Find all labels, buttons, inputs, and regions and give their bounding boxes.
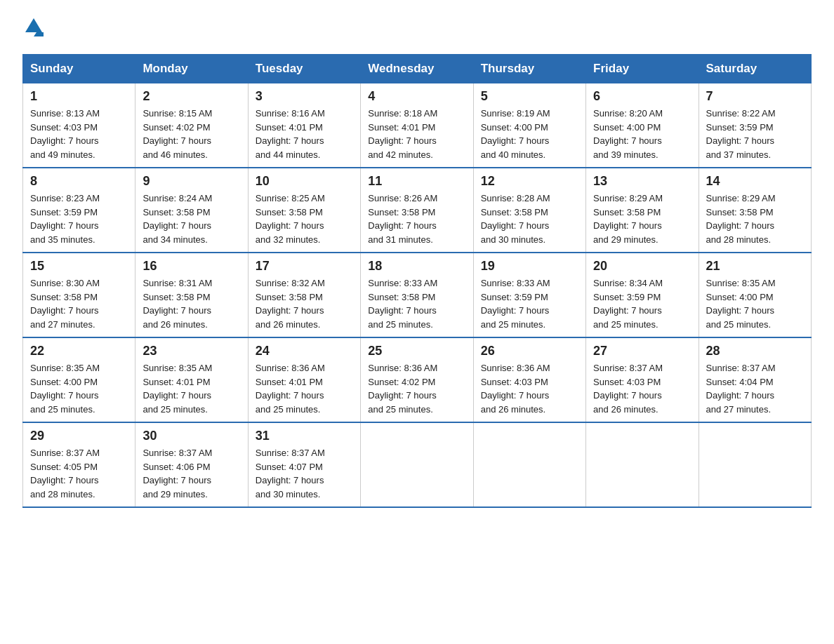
day-number: 2: [143, 89, 240, 104]
header-saturday: Saturday: [699, 55, 811, 83]
calendar-cell: 26 Sunrise: 8:36 AMSunset: 4:03 PMDaylig…: [473, 337, 585, 422]
svg-marker-0: [25, 18, 42, 32]
day-info: Sunrise: 8:37 AMSunset: 4:06 PMDaylight:…: [143, 448, 212, 499]
day-number: 5: [481, 89, 578, 104]
day-number: 4: [368, 89, 465, 104]
day-info: Sunrise: 8:36 AMSunset: 4:02 PMDaylight:…: [368, 363, 437, 415]
calendar-cell: 24 Sunrise: 8:36 AMSunset: 4:01 PMDaylig…: [248, 337, 360, 422]
day-info: Sunrise: 8:16 AMSunset: 4:01 PMDaylight:…: [256, 108, 325, 160]
day-number: 26: [481, 344, 578, 358]
day-number: 27: [593, 344, 691, 358]
calendar-cell: 22 Sunrise: 8:35 AMSunset: 4:00 PMDaylig…: [23, 337, 135, 422]
day-info: Sunrise: 8:35 AMSunset: 4:01 PMDaylight:…: [143, 363, 212, 415]
calendar-cell: 10 Sunrise: 8:25 AMSunset: 3:58 PMDaylig…: [248, 168, 360, 253]
calendar-cell: 19 Sunrise: 8:33 AMSunset: 3:59 PMDaylig…: [473, 253, 585, 337]
week-row-1: 1 Sunrise: 8:13 AMSunset: 4:03 PMDayligh…: [23, 83, 812, 168]
day-number: 14: [706, 174, 804, 189]
day-info: Sunrise: 8:37 AMSunset: 4:05 PMDaylight:…: [30, 448, 100, 499]
day-info: Sunrise: 8:36 AMSunset: 4:01 PMDaylight:…: [256, 363, 325, 415]
day-info: Sunrise: 8:30 AMSunset: 3:58 PMDaylight:…: [30, 278, 100, 330]
header-friday: Friday: [586, 55, 699, 83]
day-number: 17: [256, 259, 353, 274]
calendar-cell: 15 Sunrise: 8:30 AMSunset: 3:58 PMDaylig…: [23, 253, 135, 337]
week-row-2: 8 Sunrise: 8:23 AMSunset: 3:59 PMDayligh…: [23, 168, 812, 253]
calendar-cell: 31 Sunrise: 8:37 AMSunset: 4:07 PMDaylig…: [248, 422, 360, 507]
calendar-table: SundayMondayTuesdayWednesdayThursdayFrid…: [22, 54, 812, 508]
day-number: 11: [368, 174, 465, 189]
calendar-cell: 25 Sunrise: 8:36 AMSunset: 4:02 PMDaylig…: [361, 337, 473, 422]
day-number: 13: [593, 174, 691, 189]
calendar-cell: 9 Sunrise: 8:24 AMSunset: 3:58 PMDayligh…: [135, 168, 248, 253]
calendar-cell: 29 Sunrise: 8:37 AMSunset: 4:05 PMDaylig…: [23, 422, 135, 507]
day-info: Sunrise: 8:20 AMSunset: 4:00 PMDaylight:…: [593, 108, 663, 160]
calendar-cell: [361, 422, 473, 507]
calendar-cell: 8 Sunrise: 8:23 AMSunset: 3:59 PMDayligh…: [23, 168, 135, 253]
day-info: Sunrise: 8:33 AMSunset: 3:58 PMDaylight:…: [368, 278, 437, 330]
day-number: 1: [30, 89, 128, 104]
day-info: Sunrise: 8:34 AMSunset: 3:59 PMDaylight:…: [593, 278, 663, 330]
calendar-cell: 12 Sunrise: 8:28 AMSunset: 3:58 PMDaylig…: [473, 168, 585, 253]
day-info: Sunrise: 8:37 AMSunset: 4:04 PMDaylight:…: [706, 363, 776, 415]
logo: [22, 17, 44, 41]
header-thursday: Thursday: [473, 55, 585, 83]
header-wednesday: Wednesday: [361, 55, 473, 83]
logo-icon: [24, 17, 44, 36]
day-info: Sunrise: 8:29 AMSunset: 3:58 PMDaylight:…: [706, 193, 776, 245]
day-number: 21: [706, 259, 804, 274]
calendar-cell: 6 Sunrise: 8:20 AMSunset: 4:00 PMDayligh…: [586, 83, 699, 168]
header-sunday: Sunday: [23, 55, 135, 83]
calendar-cell: 23 Sunrise: 8:35 AMSunset: 4:01 PMDaylig…: [135, 337, 248, 422]
calendar-cell: [473, 422, 585, 507]
page-header: [22, 17, 812, 41]
day-info: Sunrise: 8:26 AMSunset: 3:58 PMDaylight:…: [368, 193, 437, 245]
day-number: 25: [368, 344, 465, 358]
day-number: 16: [143, 259, 240, 274]
header-monday: Monday: [135, 55, 248, 83]
calendar-cell: 21 Sunrise: 8:35 AMSunset: 4:00 PMDaylig…: [699, 253, 811, 337]
svg-marker-1: [34, 32, 44, 36]
calendar-cell: 5 Sunrise: 8:19 AMSunset: 4:00 PMDayligh…: [473, 83, 585, 168]
day-number: 18: [368, 259, 465, 274]
calendar-cell: 13 Sunrise: 8:29 AMSunset: 3:58 PMDaylig…: [586, 168, 699, 253]
day-info: Sunrise: 8:31 AMSunset: 3:58 PMDaylight:…: [143, 278, 212, 330]
day-info: Sunrise: 8:37 AMSunset: 4:03 PMDaylight:…: [593, 363, 663, 415]
week-row-5: 29 Sunrise: 8:37 AMSunset: 4:05 PMDaylig…: [23, 422, 812, 507]
day-info: Sunrise: 8:23 AMSunset: 3:59 PMDaylight:…: [30, 193, 100, 245]
day-number: 3: [256, 89, 353, 104]
day-info: Sunrise: 8:37 AMSunset: 4:07 PMDaylight:…: [256, 448, 325, 499]
day-number: 20: [593, 259, 691, 274]
week-row-3: 15 Sunrise: 8:30 AMSunset: 3:58 PMDaylig…: [23, 253, 812, 337]
day-number: 12: [481, 174, 578, 189]
day-info: Sunrise: 8:24 AMSunset: 3:58 PMDaylight:…: [143, 193, 212, 245]
day-info: Sunrise: 8:36 AMSunset: 4:03 PMDaylight:…: [481, 363, 550, 415]
day-number: 28: [706, 344, 804, 358]
day-info: Sunrise: 8:35 AMSunset: 4:00 PMDaylight:…: [30, 363, 100, 415]
calendar-cell: 2 Sunrise: 8:15 AMSunset: 4:02 PMDayligh…: [135, 83, 248, 168]
day-info: Sunrise: 8:32 AMSunset: 3:58 PMDaylight:…: [256, 278, 325, 330]
day-info: Sunrise: 8:25 AMSunset: 3:58 PMDaylight:…: [256, 193, 325, 245]
calendar-cell: 18 Sunrise: 8:33 AMSunset: 3:58 PMDaylig…: [361, 253, 473, 337]
day-info: Sunrise: 8:22 AMSunset: 3:59 PMDaylight:…: [706, 108, 776, 160]
calendar-cell: 30 Sunrise: 8:37 AMSunset: 4:06 PMDaylig…: [135, 422, 248, 507]
day-info: Sunrise: 8:15 AMSunset: 4:02 PMDaylight:…: [143, 108, 212, 160]
calendar-cell: 11 Sunrise: 8:26 AMSunset: 3:58 PMDaylig…: [361, 168, 473, 253]
day-info: Sunrise: 8:33 AMSunset: 3:59 PMDaylight:…: [481, 278, 550, 330]
calendar-cell: 7 Sunrise: 8:22 AMSunset: 3:59 PMDayligh…: [699, 83, 811, 168]
day-number: 30: [143, 429, 240, 443]
calendar-cell: [699, 422, 811, 507]
day-number: 24: [256, 344, 353, 358]
day-number: 23: [143, 344, 240, 358]
day-info: Sunrise: 8:18 AMSunset: 4:01 PMDaylight:…: [368, 108, 437, 160]
calendar-cell: 28 Sunrise: 8:37 AMSunset: 4:04 PMDaylig…: [699, 337, 811, 422]
calendar-cell: 14 Sunrise: 8:29 AMSunset: 3:58 PMDaylig…: [699, 168, 811, 253]
calendar-cell: [586, 422, 699, 507]
day-number: 19: [481, 259, 578, 274]
calendar-cell: 3 Sunrise: 8:16 AMSunset: 4:01 PMDayligh…: [248, 83, 360, 168]
day-number: 22: [30, 344, 128, 358]
day-number: 29: [30, 429, 128, 443]
day-number: 31: [256, 429, 353, 443]
calendar-cell: 17 Sunrise: 8:32 AMSunset: 3:58 PMDaylig…: [248, 253, 360, 337]
calendar-header-row: SundayMondayTuesdayWednesdayThursdayFrid…: [23, 55, 812, 83]
calendar-cell: 20 Sunrise: 8:34 AMSunset: 3:59 PMDaylig…: [586, 253, 699, 337]
day-info: Sunrise: 8:19 AMSunset: 4:00 PMDaylight:…: [481, 108, 550, 160]
